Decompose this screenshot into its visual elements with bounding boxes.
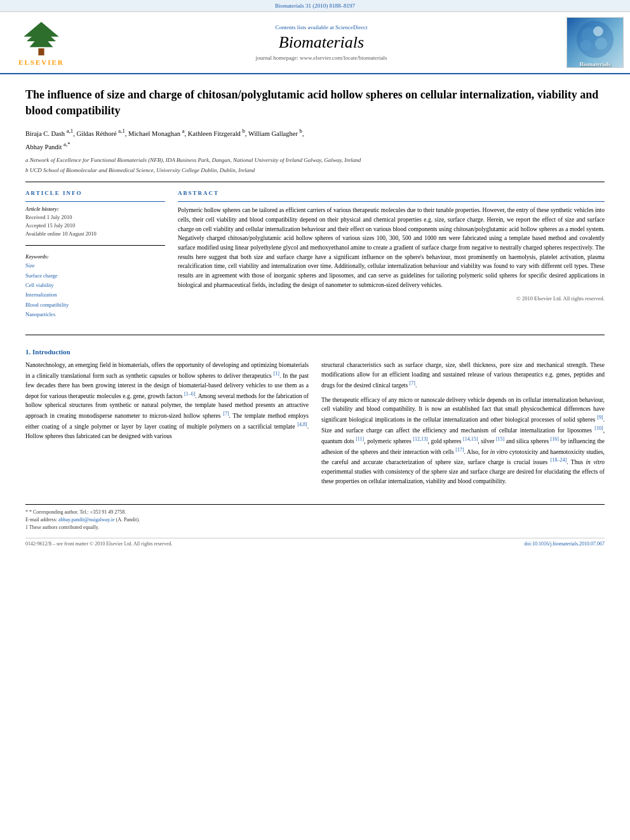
authors-line: Biraja C. Dash a,1, Gildas Réthoré a,1, … <box>25 126 605 152</box>
intro-left-col: Nanotechnology, an emerging field in bio… <box>25 361 309 491</box>
biomaterials-logo: Biomaterials <box>566 17 624 68</box>
elsevier-label: ELSEVIER <box>18 58 64 66</box>
svg-point-4 <box>577 21 613 58</box>
divider-2 <box>25 335 605 335</box>
intro-para-1: Nanotechnology, an emerging field in bio… <box>25 361 309 441</box>
section-number: 1. <box>25 348 30 356</box>
doi-text: doi:10.1016/j.biomaterials.2010.07.067 <box>525 541 605 547</box>
elsevier-logo: ELSEVIER <box>6 19 76 66</box>
keyword-internalization: Internalization <box>25 290 165 300</box>
divider-1 <box>25 182 605 182</box>
journal-name: Biomaterials <box>89 33 554 52</box>
accepted-date: Accepted 15 July 2010 <box>25 222 165 230</box>
keywords-list: Size Surface charge Cell viability Inter… <box>25 261 165 319</box>
intro-para-3: The therapeutic efficacy of any micro or… <box>321 396 605 486</box>
intro-body: Nanotechnology, an emerging field in bio… <box>25 361 605 491</box>
article-info-box: Article history: Received 1 July 2010 Ac… <box>25 201 165 319</box>
section-name: Introduction <box>32 348 70 356</box>
journal-homepage: journal homepage: www.elsevier.com/locat… <box>89 55 554 61</box>
introduction-section: 1. Introduction Nanotechnology, an emerg… <box>25 348 605 491</box>
intro-title: 1. Introduction <box>25 348 605 356</box>
journal-header: ELSEVIER Contents lists available at Sci… <box>0 12 630 74</box>
abstract-box: Polymeric hollow spheres can be tailored… <box>178 201 605 301</box>
article-history: Article history: Received 1 July 2010 Ac… <box>25 206 165 237</box>
divider-keywords <box>25 245 165 246</box>
bottom-bar: 0142-9612/$ – see front matter © 2010 El… <box>25 538 605 547</box>
footer-area: * * Corresponding author. Tel.: +353 91 … <box>25 504 605 531</box>
svg-rect-0 <box>38 48 44 55</box>
footnote-email: E-mail address: abhay.pandit@nuigalway.i… <box>25 516 605 524</box>
received-date: Received 1 July 2010 <box>25 213 165 222</box>
available-date: Available online 10 August 2010 <box>25 230 165 238</box>
keyword-surface: Surface charge <box>25 271 165 281</box>
footnote-email-address[interactable]: abhay.pandit@nuigalway.ie <box>58 517 115 523</box>
article-info-column: ARTICLE INFO Article history: Received 1… <box>25 190 165 324</box>
journal-citation: Biomaterials 31 (2010) 8188–8197 <box>0 0 630 12</box>
journal-title-area: Contents lists available at ScienceDirec… <box>76 24 566 61</box>
sciencedirect-link[interactable]: ScienceDirect <box>335 24 367 30</box>
keyword-nanoparticles: Nanoparticles <box>25 310 165 319</box>
elsevier-tree-icon <box>16 19 67 57</box>
article-title: The influence of size and charge of chit… <box>25 87 605 119</box>
footnote-equal: 1 These authors contributed equally. <box>25 524 605 531</box>
abstract-text: Polymeric hollow spheres can be tailored… <box>178 206 605 290</box>
intro-right-col: structural characteristics such as surfa… <box>321 361 605 491</box>
keyword-blood: Blood compatibility <box>25 300 165 310</box>
keywords-label: Keywords: <box>25 253 165 260</box>
history-label: Article history: <box>25 206 165 212</box>
article-info-header: ARTICLE INFO <box>25 190 165 196</box>
biomaterials-logo-graphic <box>570 18 620 61</box>
footnote-corresponding: * * Corresponding author. Tel.: +353 91 … <box>25 509 605 516</box>
sciencedirect-text: Contents lists available at ScienceDirec… <box>89 24 554 30</box>
svg-point-6 <box>595 37 607 50</box>
svg-point-7 <box>593 27 603 37</box>
biomaterials-logo-text: Biomaterials <box>580 61 611 67</box>
affiliation-b: b UCD School of Biomolecular and Biomedi… <box>25 166 605 175</box>
abstract-header: ABSTRACT <box>178 190 605 196</box>
intro-para-2: structural characteristics such as surfa… <box>321 361 605 390</box>
citation-text: Biomaterials 31 (2010) 8188–8197 <box>275 3 355 9</box>
abstract-column: ABSTRACT Polymeric hollow spheres can be… <box>178 190 605 324</box>
keywords-group: Keywords: Size Surface charge Cell viabi… <box>25 253 165 319</box>
article-info-abstract: ARTICLE INFO Article history: Received 1… <box>25 190 605 324</box>
svg-point-8 <box>580 40 591 51</box>
affiliation-a: a Network of Excellence for Functional B… <box>25 156 605 164</box>
footnote-star: * <box>25 509 28 515</box>
keyword-size: Size <box>25 261 165 270</box>
issn-text: 0142-9612/$ – see front matter © 2010 El… <box>25 541 173 547</box>
keyword-viability: Cell viability <box>25 281 165 290</box>
main-content: The influence of size and charge of chit… <box>0 74 630 559</box>
copyright-text: © 2010 Elsevier Ltd. All rights reserved… <box>178 295 605 302</box>
